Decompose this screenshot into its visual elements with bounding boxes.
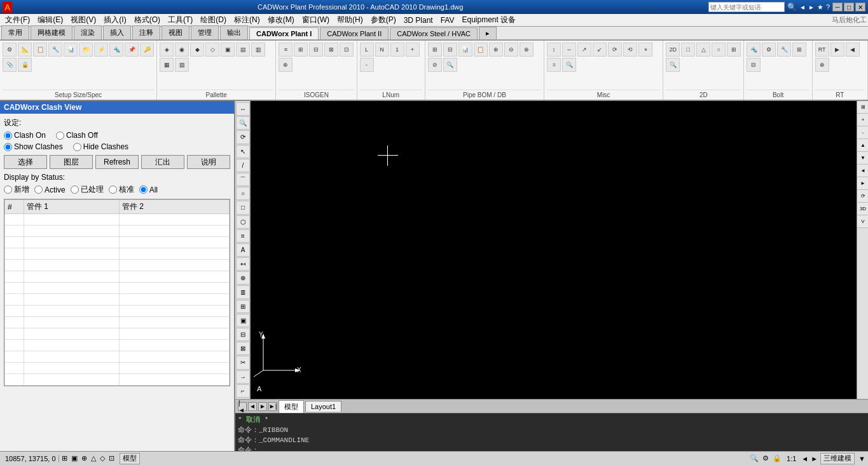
status-new-radio[interactable]: 新增 bbox=[4, 184, 29, 195]
block-tool[interactable]: ▣ bbox=[236, 314, 250, 327]
zoom-tool[interactable]: 🔍 bbox=[236, 116, 250, 130]
menu-tools[interactable]: 工具(T) bbox=[164, 13, 196, 27]
pipe-btn-1[interactable]: ⊞ bbox=[428, 43, 442, 57]
setup-btn-6[interactable]: 📁 bbox=[79, 43, 93, 57]
tab-insert[interactable]: 插入 bbox=[103, 25, 131, 39]
misc-btn-1[interactable]: ↕ bbox=[547, 43, 561, 57]
rt-zoom-in[interactable]: + bbox=[857, 114, 868, 126]
hide-clashes-radio[interactable]: Hide Clashes bbox=[73, 142, 128, 151]
rt-view[interactable]: V bbox=[857, 215, 868, 228]
status-all-input[interactable] bbox=[139, 185, 148, 194]
bolt-btn-5[interactable]: ⊟ bbox=[747, 58, 761, 72]
misc-btn-7[interactable]: ⌖ bbox=[638, 43, 652, 57]
status-active-radio[interactable]: Active bbox=[34, 185, 65, 194]
layer-button[interactable]: 图层 bbox=[50, 155, 93, 169]
menu-equipment[interactable]: Equipment 设备 bbox=[458, 13, 520, 27]
status-lock-icon[interactable]: 🔒 bbox=[773, 454, 782, 462]
rt-3d[interactable]: 3D bbox=[857, 203, 868, 215]
tab-cadworx-steel[interactable]: CADWorx Steel / HVAC bbox=[390, 27, 478, 39]
iso-btn-3[interactable]: ⊟ bbox=[309, 43, 323, 57]
rt-btn-4[interactable]: ⊕ bbox=[815, 58, 829, 72]
menu-window[interactable]: 窗口(W) bbox=[298, 13, 333, 27]
status-settings-icon[interactable]: ⚙ bbox=[762, 454, 769, 462]
iso-btn-6[interactable]: ⊕ bbox=[279, 58, 293, 72]
menu-edit[interactable]: 编辑(E) bbox=[34, 13, 67, 27]
pipe-btn-2[interactable]: ⊟ bbox=[443, 43, 457, 57]
search-icon[interactable]: 🔍 bbox=[787, 3, 797, 11]
arc-tool[interactable]: ⌒ bbox=[236, 173, 250, 186]
extend-tool[interactable]: → bbox=[236, 370, 250, 384]
misc-btn-5[interactable]: ⟳ bbox=[608, 43, 622, 57]
command-area[interactable]: * 取消 * 命令：_RIBBON 命令：_COMMANDLINE 命令： bbox=[235, 413, 868, 451]
pipe-btn-4[interactable]: 📋 bbox=[474, 43, 488, 57]
status-processed-input[interactable] bbox=[71, 185, 79, 194]
status-all-radio[interactable]: All bbox=[139, 185, 158, 194]
dim-tool[interactable]: ↤ bbox=[236, 257, 250, 271]
pipe-btn-3[interactable]: 📊 bbox=[458, 43, 472, 57]
pal-btn-3[interactable]: ◆ bbox=[190, 43, 204, 57]
pal-btn-7[interactable]: ▥ bbox=[251, 43, 265, 57]
select-button[interactable]: 选择 bbox=[4, 155, 47, 169]
clash-on-input[interactable] bbox=[4, 131, 12, 140]
poly-tool[interactable]: ⬡ bbox=[236, 215, 250, 229]
show-clashes-input[interactable] bbox=[4, 143, 12, 151]
star-icon[interactable]: ★ bbox=[817, 3, 823, 11]
misc-btn-9[interactable]: 🔍 bbox=[562, 58, 576, 72]
tab-nav-prev[interactable]: ◄ bbox=[248, 402, 257, 411]
refresh-button[interactable]: Refresh bbox=[95, 155, 139, 169]
trim-tool[interactable]: ✂ bbox=[236, 356, 250, 369]
hide-clashes-input[interactable] bbox=[73, 143, 81, 151]
tab-manage[interactable]: 管理 bbox=[191, 25, 219, 39]
pal-btn-4[interactable]: ◇ bbox=[205, 43, 219, 57]
menu-params[interactable]: 参数(P) bbox=[367, 13, 400, 27]
tab-more[interactable]: ▸ bbox=[479, 27, 497, 39]
lnum-btn-4[interactable]: + bbox=[406, 43, 420, 57]
text-tool[interactable]: A bbox=[236, 243, 250, 257]
properties-tool[interactable]: ⊞ bbox=[236, 300, 250, 313]
status-right-arrow[interactable]: ► bbox=[811, 455, 818, 462]
nav-forward-icon[interactable]: ► bbox=[808, 4, 815, 11]
tab-nav-first[interactable]: |◄ bbox=[238, 402, 247, 411]
status-down-arrow[interactable]: ▼ bbox=[858, 455, 865, 462]
tab-model[interactable]: 模型 bbox=[279, 400, 304, 413]
setup-btn-9[interactable]: 📌 bbox=[125, 43, 139, 57]
menu-view[interactable]: 视图(V) bbox=[67, 13, 100, 27]
setup-btn-5[interactable]: 📊 bbox=[64, 43, 78, 57]
tab-annotation[interactable]: 注释 bbox=[132, 25, 160, 39]
line-tool[interactable]: / bbox=[236, 159, 250, 172]
2d-btn-6[interactable]: 🔍 bbox=[666, 58, 680, 72]
2d-btn-5[interactable]: ⊞ bbox=[727, 43, 741, 57]
search-input[interactable] bbox=[708, 2, 785, 12]
menu-dimension[interactable]: 标注(N) bbox=[230, 13, 264, 27]
misc-btn-4[interactable]: ↙ bbox=[593, 43, 607, 57]
rt-pan-right[interactable]: ► bbox=[857, 177, 868, 190]
show-clashes-radio[interactable]: Show Clashes bbox=[4, 142, 63, 151]
status-active-input[interactable] bbox=[34, 185, 43, 194]
tab-grid-model[interactable]: 网格建模 bbox=[31, 25, 72, 39]
2d-btn-1[interactable]: 2D bbox=[666, 43, 680, 57]
tab-layout1[interactable]: Layout1 bbox=[305, 401, 341, 412]
pal-btn-6[interactable]: ▤ bbox=[236, 43, 250, 57]
setup-btn-7[interactable]: ⚡ bbox=[94, 43, 108, 57]
pipe-btn-5[interactable]: ⊕ bbox=[489, 43, 503, 57]
pal-btn-8[interactable]: ▦ bbox=[160, 58, 174, 72]
rt-zoom-out[interactable]: - bbox=[857, 126, 868, 139]
maximize-button[interactable]: □ bbox=[844, 3, 854, 11]
menu-help[interactable]: 帮助(H) bbox=[333, 13, 367, 27]
pal-btn-2[interactable]: ◉ bbox=[175, 43, 189, 57]
status-approved-input[interactable] bbox=[109, 185, 117, 194]
snap-tool[interactable]: ⊕ bbox=[236, 271, 250, 285]
status-model-btn[interactable]: 模型 bbox=[120, 453, 140, 464]
setup-btn-8[interactable]: 🔩 bbox=[109, 43, 123, 57]
lnum-btn-1[interactable]: L bbox=[360, 43, 374, 57]
nav-back-icon[interactable]: ◄ bbox=[799, 4, 806, 11]
menu-file[interactable]: 文件(F) bbox=[1, 13, 34, 27]
bolt-btn-1[interactable]: 🔩 bbox=[747, 43, 761, 57]
iso-btn-2[interactable]: ⊞ bbox=[294, 43, 308, 57]
tab-render[interactable]: 渲染 bbox=[74, 25, 102, 39]
clash-on-radio[interactable]: Clash On bbox=[4, 131, 46, 140]
rt-zoom-all[interactable]: ⊞ bbox=[857, 101, 868, 114]
tab-nav-last[interactable]: ►| bbox=[268, 402, 277, 411]
setup-btn-12[interactable]: 🔒 bbox=[18, 58, 32, 72]
setup-btn-11[interactable]: 📎 bbox=[3, 58, 17, 72]
